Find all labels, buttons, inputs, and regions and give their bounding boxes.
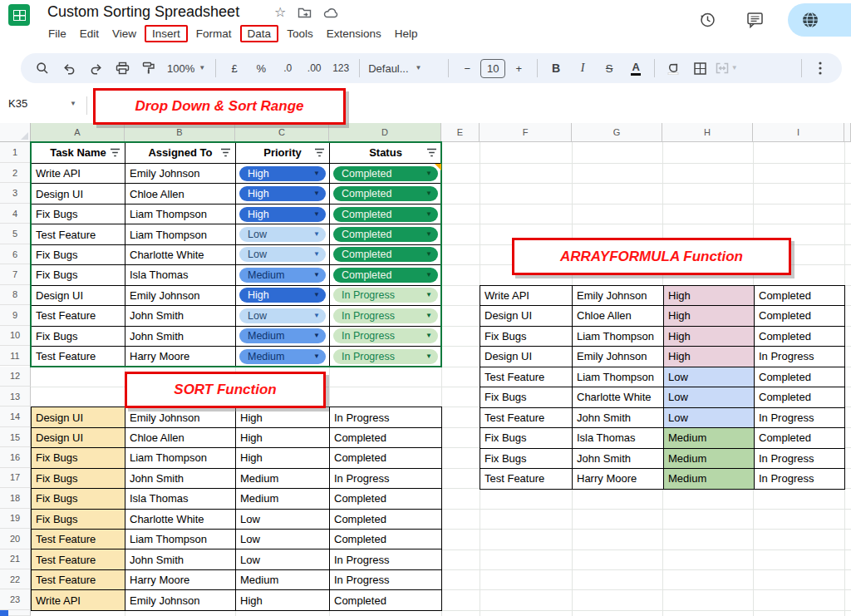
sort-cell[interactable]: Fix Bugs xyxy=(32,448,125,468)
merge-cells-icon[interactable]: ▼ xyxy=(713,57,740,80)
sort-cell[interactable]: Chloe Allen xyxy=(125,428,236,448)
row-header-7[interactable]: 7 xyxy=(0,264,31,284)
cell-priority[interactable]: Medium▼ xyxy=(236,327,330,347)
bold-button[interactable]: B xyxy=(543,57,569,80)
status-dropdown-chip[interactable]: Completed▼ xyxy=(333,227,438,242)
row-header-17[interactable]: 17 xyxy=(0,468,31,488)
array-cell[interactable]: Low xyxy=(664,408,755,429)
array-cell[interactable]: High xyxy=(664,306,755,327)
cell-task[interactable]: Fix Bugs xyxy=(32,245,125,265)
version-history-icon[interactable] xyxy=(698,11,716,29)
priority-dropdown-chip[interactable]: High▼ xyxy=(239,186,326,201)
select-all-corner[interactable] xyxy=(0,123,31,142)
array-cell[interactable]: Isla Thomas xyxy=(573,428,664,449)
array-cell[interactable]: Harry Moore xyxy=(573,469,664,490)
cell-task[interactable]: Fix Bugs xyxy=(32,205,125,224)
row-header-23[interactable]: 23 xyxy=(0,589,31,609)
borders-icon[interactable] xyxy=(686,57,713,80)
sort-cell[interactable]: High xyxy=(236,448,330,468)
cell-status[interactable]: Completed▼ xyxy=(330,245,442,265)
filter-icon[interactable] xyxy=(314,148,325,157)
row-header-1[interactable]: 1 xyxy=(0,142,31,164)
cell-assignee[interactable]: Emily Johnson xyxy=(125,286,236,306)
array-cell[interactable]: Completed xyxy=(755,327,845,347)
priority-dropdown-chip[interactable]: Low▼ xyxy=(239,227,326,242)
array-cell[interactable]: Liam Thompson xyxy=(573,327,664,347)
header-cell-task-name[interactable]: Task Name xyxy=(32,143,125,165)
status-dropdown-chip[interactable]: In Progress▼ xyxy=(333,308,438,323)
row-header-21[interactable]: 21 xyxy=(0,549,31,569)
move-to-folder-icon[interactable] xyxy=(298,7,312,18)
percent-format-button[interactable]: % xyxy=(248,57,274,80)
array-cell[interactable]: In Progress xyxy=(755,408,845,429)
menu-insert[interactable]: Insert xyxy=(145,25,188,42)
sort-cell[interactable]: Write API xyxy=(32,590,125,610)
sort-cell[interactable]: Test Feature xyxy=(32,570,125,590)
sort-cell[interactable]: John Smith xyxy=(125,549,236,569)
priority-dropdown-chip[interactable]: High▼ xyxy=(239,288,326,303)
array-cell[interactable]: Medium xyxy=(664,428,755,449)
priority-dropdown-chip[interactable]: Medium▼ xyxy=(239,349,326,364)
status-dropdown-chip[interactable]: Completed▼ xyxy=(333,186,438,201)
array-cell[interactable]: Design UI xyxy=(480,347,573,367)
status-dropdown-chip[interactable]: Completed▼ xyxy=(333,166,438,181)
column-header-B[interactable]: B xyxy=(125,123,235,142)
sort-cell[interactable]: Low xyxy=(236,549,330,569)
cell-status[interactable]: In Progress▼ xyxy=(330,286,442,306)
status-dropdown-chip[interactable]: In Progress▼ xyxy=(333,349,438,364)
redo-icon[interactable] xyxy=(82,57,109,80)
cell-assignee[interactable]: Liam Thompson xyxy=(125,224,236,244)
sort-cell[interactable]: In Progress xyxy=(330,469,442,489)
array-cell[interactable]: Charlotte White xyxy=(573,387,664,408)
cell-status[interactable]: Completed▼ xyxy=(330,164,442,184)
array-cell[interactable]: Emily Johnson xyxy=(573,347,664,367)
array-cell[interactable]: Liam Thompson xyxy=(573,367,664,388)
array-cell[interactable]: In Progress xyxy=(755,449,845,470)
sort-cell[interactable]: Liam Thompson xyxy=(125,530,236,549)
array-cell[interactable]: High xyxy=(664,327,755,347)
array-cell[interactable]: Test Feature xyxy=(480,408,573,429)
priority-dropdown-chip[interactable]: High▼ xyxy=(239,166,326,181)
cell-priority[interactable]: High▼ xyxy=(236,205,330,224)
sort-cell[interactable]: Harry Moore xyxy=(125,570,236,590)
header-cell-assigned-to[interactable]: Assigned To xyxy=(125,143,236,165)
comments-icon[interactable] xyxy=(746,12,765,28)
cell-status[interactable]: Completed▼ xyxy=(330,205,442,224)
column-header-E[interactable]: E xyxy=(441,123,480,142)
increase-decimal-button[interactable]: .00 xyxy=(301,57,327,80)
array-cell[interactable]: Completed xyxy=(755,286,845,307)
array-cell[interactable]: Test Feature xyxy=(480,469,573,490)
array-cell[interactable]: In Progress xyxy=(755,347,845,367)
array-cell[interactable]: Low xyxy=(664,387,755,408)
header-cell-status[interactable]: Status xyxy=(330,143,442,165)
sort-cell[interactable]: Fix Bugs xyxy=(32,469,125,489)
status-dropdown-chip[interactable]: Completed▼ xyxy=(333,207,438,222)
column-header-D[interactable]: D xyxy=(329,123,441,142)
priority-dropdown-chip[interactable]: High▼ xyxy=(239,207,326,222)
menu-view[interactable]: View xyxy=(106,26,143,42)
sort-cell[interactable]: High xyxy=(236,407,330,427)
cell-priority[interactable]: Low▼ xyxy=(236,224,330,244)
column-header-I[interactable]: I xyxy=(753,123,844,142)
zoom-control[interactable]: 100%▼ xyxy=(162,62,210,75)
cell-assignee[interactable]: Liam Thompson xyxy=(125,205,236,224)
sort-cell[interactable]: John Smith xyxy=(125,469,236,489)
cell-assignee[interactable]: John Smith xyxy=(125,327,236,347)
menu-data[interactable]: Data xyxy=(240,25,279,42)
array-cell[interactable]: Fix Bugs xyxy=(480,327,573,347)
more-toolbar-icon[interactable] xyxy=(807,57,834,80)
array-cell[interactable]: Fix Bugs xyxy=(480,428,573,449)
row-header-8[interactable]: 8 xyxy=(0,285,31,305)
array-cell[interactable]: Design UI xyxy=(480,306,573,327)
priority-dropdown-chip[interactable]: Medium▼ xyxy=(239,268,326,283)
search-icon[interactable] xyxy=(29,57,56,80)
sort-cell[interactable]: Isla Thomas xyxy=(125,489,236,509)
array-cell[interactable]: Write API xyxy=(480,286,573,307)
more-formats-button[interactable]: 123 xyxy=(327,57,354,80)
cell-task[interactable]: Design UI xyxy=(32,286,125,306)
column-header-F[interactable]: F xyxy=(480,123,572,142)
array-cell[interactable]: High xyxy=(664,347,755,367)
row-header-2[interactable]: 2 xyxy=(0,163,31,183)
array-cell[interactable]: Emily Johnson xyxy=(573,286,664,307)
decrease-decimal-button[interactable]: .0 xyxy=(274,57,301,80)
